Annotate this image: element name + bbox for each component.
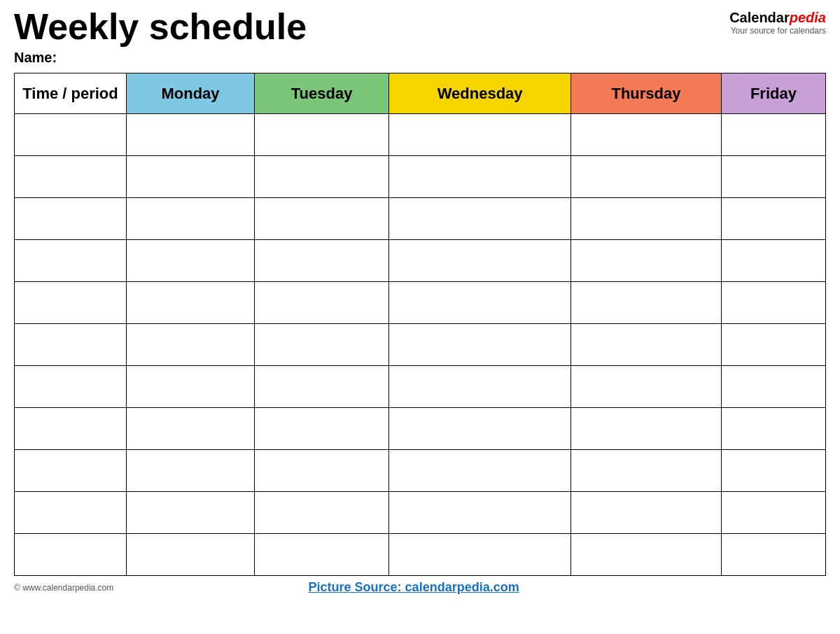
- table-cell[interactable]: [255, 408, 389, 450]
- table-cell[interactable]: [571, 156, 722, 198]
- table-cell[interactable]: [721, 450, 825, 492]
- table-cell[interactable]: [571, 324, 722, 366]
- title-block: Weekly schedule Name:: [14, 7, 307, 66]
- table-cell[interactable]: [389, 492, 571, 534]
- table-cell[interactable]: [15, 282, 127, 324]
- header-row: Time / period Monday Tuesday Wednesday T…: [15, 73, 826, 114]
- table-cell[interactable]: [127, 156, 255, 198]
- table-cell[interactable]: [721, 492, 825, 534]
- table-cell[interactable]: [721, 324, 825, 366]
- table-cell[interactable]: [127, 366, 255, 408]
- table-cell[interactable]: [127, 282, 255, 324]
- table-row: [15, 324, 826, 366]
- table-row: [15, 114, 826, 156]
- name-label: Name:: [14, 50, 307, 66]
- table-cell[interactable]: [255, 450, 389, 492]
- table-row: [15, 240, 826, 282]
- table-cell[interactable]: [127, 240, 255, 282]
- table-cell[interactable]: [721, 366, 825, 408]
- table-cell[interactable]: [721, 534, 825, 576]
- table-cell[interactable]: [571, 534, 722, 576]
- table-cell[interactable]: [389, 450, 571, 492]
- table-cell[interactable]: [389, 282, 571, 324]
- table-cell[interactable]: [127, 198, 255, 240]
- logo-calendar-part: Calendar: [729, 10, 790, 25]
- table-cell[interactable]: [15, 156, 127, 198]
- table-cell[interactable]: [721, 240, 825, 282]
- table-cell[interactable]: [255, 534, 389, 576]
- col-header-thursday: Thursday: [571, 73, 722, 114]
- table-cell[interactable]: [127, 534, 255, 576]
- table-cell[interactable]: [721, 156, 825, 198]
- col-header-monday: Monday: [127, 73, 255, 114]
- logo-text: Calendarpedia: [729, 10, 826, 26]
- table-cell[interactable]: [389, 324, 571, 366]
- page-title: Weekly schedule: [14, 7, 307, 47]
- table-row: [15, 534, 826, 576]
- table-cell[interactable]: [127, 450, 255, 492]
- header-section: Weekly schedule Name: Calendarpedia Your…: [14, 7, 826, 66]
- table-cell[interactable]: [721, 198, 825, 240]
- table-cell[interactable]: [127, 492, 255, 534]
- col-header-wednesday: Wednesday: [389, 73, 571, 114]
- table-cell[interactable]: [571, 366, 722, 408]
- logo-subtext: Your source for calendars: [729, 26, 826, 36]
- table-cell[interactable]: [255, 282, 389, 324]
- table-cell[interactable]: [389, 156, 571, 198]
- table-row: [15, 156, 826, 198]
- logo-pedia-part: pedia: [790, 10, 826, 25]
- table-cell[interactable]: [721, 114, 825, 156]
- col-header-time: Time / period: [15, 73, 127, 114]
- footer-picture-source: Picture Source: calendarpedia.com: [113, 580, 714, 595]
- table-row: [15, 282, 826, 324]
- table-cell[interactable]: [571, 408, 722, 450]
- table-cell[interactable]: [389, 114, 571, 156]
- table-row: [15, 450, 826, 492]
- table-cell[interactable]: [15, 198, 127, 240]
- table-cell[interactable]: [255, 240, 389, 282]
- table-cell[interactable]: [571, 198, 722, 240]
- table-cell[interactable]: [127, 324, 255, 366]
- table-cell[interactable]: [571, 492, 722, 534]
- table-cell[interactable]: [571, 114, 722, 156]
- table-cell[interactable]: [15, 450, 127, 492]
- table-cell[interactable]: [571, 282, 722, 324]
- table-cell[interactable]: [255, 324, 389, 366]
- table-cell[interactable]: [255, 366, 389, 408]
- table-cell[interactable]: [15, 114, 127, 156]
- col-header-tuesday: Tuesday: [255, 73, 389, 114]
- table-cell[interactable]: [721, 408, 825, 450]
- table-cell[interactable]: [255, 492, 389, 534]
- table-cell[interactable]: [571, 240, 722, 282]
- schedule-body: [15, 114, 826, 576]
- table-cell[interactable]: [15, 324, 127, 366]
- table-cell[interactable]: [255, 156, 389, 198]
- table-cell[interactable]: [571, 450, 722, 492]
- table-cell[interactable]: [721, 282, 825, 324]
- table-cell[interactable]: [15, 240, 127, 282]
- table-cell[interactable]: [389, 198, 571, 240]
- table-row: [15, 408, 826, 450]
- schedule-table: Time / period Monday Tuesday Wednesday T…: [14, 73, 826, 576]
- table-cell[interactable]: [255, 114, 389, 156]
- table-cell[interactable]: [389, 240, 571, 282]
- table-cell[interactable]: [255, 198, 389, 240]
- logo-block: Calendarpedia Your source for calendars: [729, 10, 826, 36]
- table-row: [15, 198, 826, 240]
- footer-copyright: © www.calendarpedia.com: [14, 583, 113, 593]
- table-cell[interactable]: [15, 534, 127, 576]
- table-cell[interactable]: [127, 408, 255, 450]
- table-cell[interactable]: [389, 366, 571, 408]
- table-cell[interactable]: [127, 114, 255, 156]
- table-row: [15, 492, 826, 534]
- table-row: [15, 366, 826, 408]
- table-cell[interactable]: [15, 408, 127, 450]
- col-header-friday: Friday: [721, 73, 825, 114]
- table-cell[interactable]: [389, 534, 571, 576]
- footer-bar: © www.calendarpedia.com Picture Source: …: [14, 580, 826, 595]
- table-cell[interactable]: [15, 366, 127, 408]
- table-cell[interactable]: [15, 492, 127, 534]
- table-cell[interactable]: [389, 408, 571, 450]
